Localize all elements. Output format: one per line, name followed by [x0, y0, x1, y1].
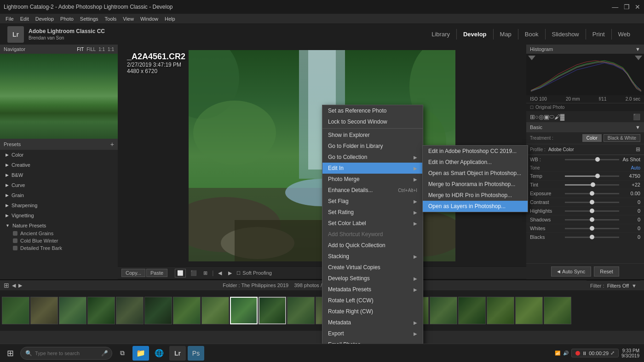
- copy-button[interactable]: Copy...: [121, 269, 145, 277]
- film-thumb-7[interactable]: [173, 297, 201, 324]
- film-thumb-16[interactable]: [430, 297, 457, 324]
- close-btn[interactable]: ✕: [635, 3, 640, 11]
- preset-group-bw-header[interactable]: ▶ B&W: [0, 171, 118, 179]
- sub-edit-other[interactable]: Edit in Other Application...: [423, 157, 528, 168]
- filmstrip-nav-left[interactable]: ◀: [12, 283, 16, 288]
- nav-fill[interactable]: FILL: [86, 47, 96, 52]
- ctx-photo-merge[interactable]: Photo Merge ▶: [322, 174, 423, 185]
- ctx-set-color-label[interactable]: Set Color Label ▶: [322, 218, 423, 229]
- ctx-metadata[interactable]: Metadata ▶: [322, 317, 423, 328]
- menu-file[interactable]: File: [3, 15, 17, 23]
- view-compare-btn[interactable]: ⬛: [189, 269, 199, 277]
- tint-slider[interactable]: [565, 184, 619, 186]
- range-mask-tool[interactable]: ▓: [560, 113, 564, 120]
- histogram-header[interactable]: Histogram ▼: [526, 45, 644, 54]
- sub-merge-panorama[interactable]: Merge to Panorama in Photoshop...: [423, 179, 528, 190]
- pause-icon[interactable]: ⏸: [582, 351, 587, 356]
- softproof-checkbox[interactable]: ☐: [236, 271, 241, 276]
- view-next-btn[interactable]: ▶: [226, 269, 234, 277]
- menu-edit[interactable]: Edit: [17, 15, 32, 23]
- wb-slider[interactable]: [565, 159, 619, 160]
- module-book[interactable]: Book: [518, 29, 546, 40]
- temp-handle[interactable]: [595, 174, 600, 178]
- sub-open-smart[interactable]: Open as Smart Object in Photoshop...: [423, 168, 528, 179]
- shadows-slider[interactable]: [565, 219, 619, 221]
- exposure-handle[interactable]: [590, 191, 594, 196]
- before-after-tool[interactable]: ⬛: [633, 113, 640, 120]
- film-thumb-18[interactable]: [487, 297, 514, 324]
- spot-heal-tool[interactable]: ○: [535, 113, 539, 120]
- wb-handle[interactable]: [595, 157, 600, 162]
- taskbar-ps[interactable]: Ps: [188, 346, 204, 361]
- redeye-tool[interactable]: ◎: [539, 113, 544, 120]
- ctx-set-flag[interactable]: Set Flag ▶: [322, 196, 423, 207]
- preset-group-creative-header[interactable]: ▶ Creative: [0, 161, 118, 169]
- preset-group-color-header[interactable]: ▶ Color: [0, 151, 118, 159]
- ctx-edit-in[interactable]: Edit In ▶: [322, 163, 423, 174]
- ctx-create-virtual[interactable]: Create Virtual Copies: [322, 262, 423, 273]
- taskbar-lr[interactable]: Lr: [169, 346, 186, 361]
- filter-value[interactable]: Filters Off: [607, 283, 629, 288]
- reset-button[interactable]: Reset: [594, 266, 619, 277]
- highlights-slider[interactable]: [565, 210, 619, 212]
- whites-slider[interactable]: [565, 228, 619, 229]
- ctx-add-quick[interactable]: Add to Quick Collection: [322, 240, 423, 251]
- basic-header[interactable]: Basic ▼: [526, 123, 644, 132]
- exposure-slider[interactable]: [565, 193, 619, 194]
- menu-view[interactable]: View: [120, 15, 137, 23]
- treatment-bw-btn[interactable]: Black & White: [604, 134, 640, 142]
- crop-tool[interactable]: ⊞: [530, 113, 535, 120]
- preset-group-sharpening-header[interactable]: ▶ Sharpening: [0, 201, 118, 209]
- film-thumb-9-active[interactable]: [230, 297, 258, 324]
- ctx-metadata-presets[interactable]: Metadata Presets ▶: [322, 284, 423, 295]
- film-thumb-11[interactable]: [287, 297, 315, 324]
- ctx-enhance-details[interactable]: Enhance Details... Ctrl+Alt+I: [322, 185, 423, 196]
- module-develop[interactable]: Develop: [457, 29, 494, 40]
- ctx-stacking[interactable]: Stacking ▶: [322, 251, 423, 262]
- sub-open-layers[interactable]: Open as Layers in Photoshop...: [423, 201, 528, 212]
- start-button[interactable]: ⊞: [2, 346, 18, 361]
- navigator-thumbnail[interactable]: [0, 54, 118, 139]
- preset-item-detailed-tree[interactable]: Detailed Tree Bark: [0, 244, 118, 252]
- film-thumb-6[interactable]: [144, 297, 172, 324]
- ctx-show-explorer[interactable]: Show in Explorer: [322, 130, 423, 141]
- maximize-btn[interactable]: ❐: [624, 3, 630, 11]
- view-loupe-btn[interactable]: ⬜: [175, 269, 186, 277]
- contrast-handle[interactable]: [590, 200, 594, 204]
- tint-handle[interactable]: [591, 182, 595, 187]
- film-thumb-4[interactable]: [87, 297, 115, 324]
- temp-slider[interactable]: [565, 175, 619, 177]
- module-map[interactable]: Map: [494, 29, 518, 40]
- taskview-button[interactable]: ⧉: [114, 346, 131, 361]
- nav-1to1[interactable]: 1:1: [98, 47, 105, 52]
- film-thumb-8[interactable]: [201, 297, 229, 324]
- film-thumb-20[interactable]: [544, 297, 571, 324]
- sub-edit-photoshop[interactable]: Edit in Adobe Photoshop CC 2019...: [423, 146, 528, 157]
- view-survey-btn[interactable]: ⊞: [201, 269, 209, 277]
- film-thumb-3[interactable]: [59, 297, 86, 324]
- ctx-set-reference[interactable]: Set as Reference Photo: [322, 105, 423, 116]
- film-thumb-10-selected[interactable]: [259, 297, 286, 324]
- ctx-rotate-ccw[interactable]: Rotate Left (CCW): [322, 295, 423, 306]
- filmstrip-nav-right[interactable]: ▶: [18, 283, 22, 288]
- volume-icon[interactable]: 🔊: [563, 351, 569, 356]
- profile-grid-icon[interactable]: ⊞: [636, 146, 640, 153]
- nav-zoom[interactable]: 1:1: [108, 47, 114, 52]
- preset-group-curve-header[interactable]: ▶ Curve: [0, 181, 118, 189]
- autosync-button[interactable]: ◀ Auto Sync: [551, 266, 591, 277]
- module-web[interactable]: Web: [612, 29, 637, 40]
- blacks-slider[interactable]: [565, 237, 619, 238]
- sub-merge-hdr[interactable]: Merge to HDR Pro in Photoshop...: [423, 190, 528, 201]
- treatment-color-btn[interactable]: Color: [582, 134, 602, 142]
- hist-highlight-indicator[interactable]: [635, 56, 642, 60]
- ctx-set-rating[interactable]: Set Rating ▶: [322, 207, 423, 218]
- rec-expand[interactable]: ⤢: [610, 350, 615, 356]
- film-thumb-1[interactable]: [2, 297, 29, 324]
- ctx-rotate-cw[interactable]: Rotate Right (CW): [322, 306, 423, 317]
- minimize-btn[interactable]: —: [612, 3, 618, 11]
- contrast-slider[interactable]: [565, 202, 619, 203]
- film-thumb-5[interactable]: [116, 297, 144, 324]
- module-slideshow[interactable]: Slideshow: [546, 29, 586, 40]
- shadows-handle[interactable]: [590, 217, 594, 222]
- highlights-handle[interactable]: [590, 209, 594, 213]
